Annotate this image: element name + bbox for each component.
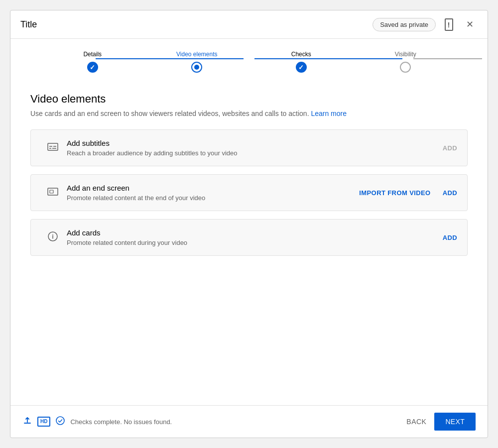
close-button[interactable]: ✕ bbox=[462, 16, 478, 32]
cards-icon-wrap bbox=[41, 230, 65, 244]
connector-2 bbox=[254, 58, 402, 59]
step-details-label: Details bbox=[83, 51, 102, 58]
step-checks-circle: ✓ bbox=[296, 62, 307, 73]
subtitles-card-subtitle: Reach a broader audience by adding subti… bbox=[67, 149, 443, 157]
step-details: Details ✓ bbox=[40, 51, 145, 73]
svg-rect-0 bbox=[48, 143, 58, 150]
footer-left: HD Checks complete. No issues found. bbox=[22, 416, 172, 428]
subtitles-card-title: Add subtitles bbox=[67, 139, 443, 147]
hd-badge: HD bbox=[37, 417, 50, 427]
close-icon: ✕ bbox=[466, 19, 474, 30]
step-details-check: ✓ bbox=[90, 64, 95, 71]
step-checks: Checks ✓ bbox=[249, 51, 354, 73]
cards-card-subtitle: Promote related content during your vide… bbox=[67, 239, 443, 246]
connector-1 bbox=[96, 58, 244, 59]
endscreen-card-title: Add an end screen bbox=[67, 184, 359, 192]
alert-button[interactable]: ! bbox=[441, 16, 457, 32]
svg-rect-6 bbox=[50, 190, 53, 193]
svg-rect-5 bbox=[48, 188, 58, 195]
step-checks-label: Checks bbox=[291, 51, 311, 58]
subtitles-add-button[interactable]: ADD bbox=[443, 144, 457, 152]
next-button[interactable]: NEXT bbox=[434, 413, 476, 431]
cards-card-title: Add cards bbox=[67, 228, 443, 237]
step-visibility-label: Visibility bbox=[395, 51, 416, 58]
step-checks-check: ✓ bbox=[298, 64, 304, 71]
saved-as-private-badge: Saved as private bbox=[373, 18, 436, 31]
endscreen-card-body: Add an end screen Promote related conten… bbox=[65, 184, 359, 202]
upload-icon bbox=[22, 416, 32, 428]
step-visibility-circle bbox=[400, 62, 411, 73]
endscreen-import-button[interactable]: IMPORT FROM VIDEO bbox=[359, 189, 430, 197]
step-video-elements-label: Video elements bbox=[176, 51, 218, 58]
footer-status-text: Checks complete. No issues found. bbox=[70, 418, 172, 426]
endscreen-icon bbox=[47, 186, 59, 200]
dialog-header: Title Saved as private ! ✕ bbox=[10, 10, 488, 39]
back-button[interactable]: BACK bbox=[406, 418, 426, 426]
cards-card: Add cards Promote related content during… bbox=[30, 219, 468, 256]
section-description: Use cards and an end screen to show view… bbox=[30, 110, 468, 117]
subtitles-icon bbox=[47, 141, 59, 155]
header-right: Saved as private ! ✕ bbox=[373, 16, 478, 32]
dialog-title: Title bbox=[20, 19, 37, 30]
footer-right: BACK NEXT bbox=[406, 413, 476, 431]
section-title: Video elements bbox=[30, 93, 468, 106]
step-details-circle: ✓ bbox=[87, 62, 98, 73]
upload-dialog: Title Saved as private ! ✕ Details ✓ Vid… bbox=[10, 10, 488, 438]
subtitles-icon-wrap bbox=[41, 141, 65, 155]
stepper: Details ✓ Video elements Checks ✓ Visibi… bbox=[10, 39, 488, 81]
step-video-elements-dot bbox=[194, 65, 199, 70]
endscreen-card-actions: IMPORT FROM VIDEO ADD bbox=[359, 189, 457, 197]
svg-point-9 bbox=[52, 234, 53, 235]
subtitles-card-actions: ADD bbox=[443, 144, 457, 152]
endscreen-card-subtitle: Promote related content at the end of yo… bbox=[67, 194, 359, 202]
info-icon bbox=[47, 230, 59, 244]
alert-icon: ! bbox=[445, 18, 453, 31]
checks-complete-icon bbox=[55, 416, 65, 428]
step-visibility: Visibility bbox=[354, 51, 458, 73]
section-description-text: Use cards and an end screen to show view… bbox=[30, 110, 311, 117]
dialog-footer: HD Checks complete. No issues found. BAC… bbox=[10, 405, 488, 438]
endscreen-add-button[interactable]: ADD bbox=[443, 189, 457, 197]
step-video-elements-circle bbox=[191, 62, 202, 73]
cards-card-body: Add cards Promote related content during… bbox=[65, 228, 443, 246]
cards-card-actions: ADD bbox=[443, 234, 457, 241]
subtitles-card: Add subtitles Reach a broader audience b… bbox=[30, 129, 468, 166]
subtitles-card-body: Add subtitles Reach a broader audience b… bbox=[65, 139, 443, 157]
learn-more-link[interactable]: Learn more bbox=[311, 110, 347, 117]
endscreen-card: Add an end screen Promote related conten… bbox=[30, 174, 468, 211]
svg-point-10 bbox=[56, 417, 64, 425]
dialog-content: Video elements Use cards and an end scre… bbox=[10, 81, 488, 405]
step-video-elements: Video elements bbox=[145, 51, 249, 73]
cards-add-button[interactable]: ADD bbox=[443, 234, 457, 241]
endscreen-icon-wrap bbox=[41, 186, 65, 200]
connector-3 bbox=[413, 58, 482, 59]
